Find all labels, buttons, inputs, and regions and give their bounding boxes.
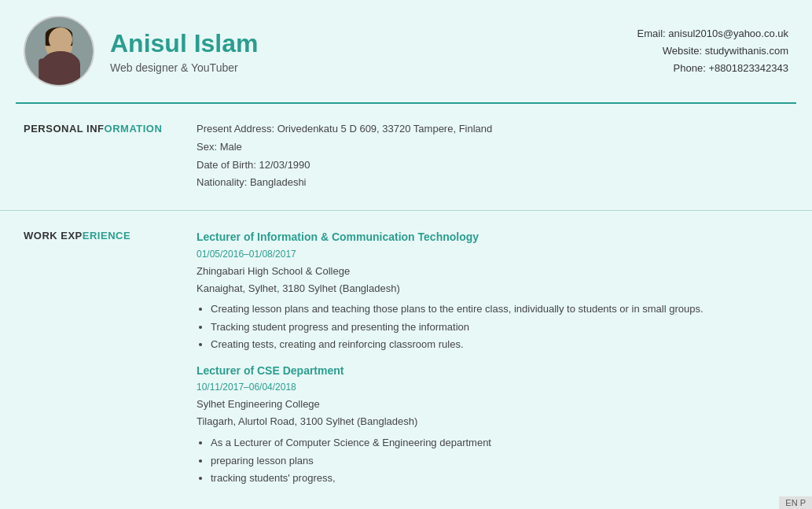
list-item: Creating lesson plans and teaching those… [211,301,788,317]
dob-line: Date of Birth: 12/03/1990 [197,157,788,174]
svg-marker-5 [53,59,64,67]
avatar [24,16,94,87]
list-item: tracking students' progress, [211,470,788,486]
status-bar: EN P [779,496,812,509]
website-line: Website: studywithanis.com [637,42,788,60]
work-label: WORK EXPERIENCE [24,228,181,495]
email-line: Email: anisul2010s@yahoo.co.uk [637,25,788,42]
job-2-title: Lecturer of CSE Department [197,362,788,379]
work-content: Lecturer of Information & Communication … [197,228,788,495]
avatar-image [25,16,93,87]
header-section: Anisul Islam Web designer & YouTuber Ema… [0,0,812,102]
address-line: Present Address: Orivedenkatu 5 D 609, 3… [197,121,788,138]
work-experience-section: WORK EXPERIENCE Lecturer of Information … [0,211,812,509]
job-1-location: Kanaighat, Sylhet, 3180 Sylhet (Banglade… [197,281,788,297]
email-value: anisul2010s@yahoo.co.uk [668,28,788,39]
avatar-svg [25,16,93,87]
job-1-title: Lecturer of Information & Communication … [197,228,788,245]
nationality-value: Bangladeshi [250,176,307,188]
email-label: Email: [637,28,666,39]
sex-label: Sex: [197,141,217,153]
person-subtitle: Web designer & YouTuber [110,61,622,74]
contact-info: Email: anisul2010s@yahoo.co.uk Website: … [637,25,788,77]
svg-rect-4 [46,34,72,46]
sex-line: Sex: Male [197,139,788,156]
job-2-company: Sylhet Engineering College [197,397,788,413]
nationality-line: Nationality: Bangladeshi [197,175,788,191]
personal-info-section: PERSONAL INFORMATION Present Address: Or… [0,104,812,211]
job-2-location: Tilagarh, Alurtol Road, 3100 Sylhet (Ban… [197,414,788,430]
job-2-bullets: As a Lecturer of Computer Science & Engi… [211,435,788,486]
personal-content: Present Address: Orivedenkatu 5 D 609, 3… [197,121,788,193]
resume-page: Anisul Islam Web designer & YouTuber Ema… [0,0,812,509]
person-name: Anisul Islam [110,29,622,58]
job-2: Lecturer of CSE Department 10/11/2017–06… [197,362,788,486]
dob-label: Date of Birth: [197,159,256,171]
address-label: Present Address: [197,123,274,135]
dob-value: 12/03/1990 [259,159,310,171]
status-text: EN P [785,498,806,507]
job-1: Lecturer of Information & Communication … [197,228,788,352]
list-item: Creating tests, creating and reinforcing… [211,337,788,352]
website-label: Website: [663,45,702,57]
list-item: preparing lesson plans [211,453,788,469]
sex-value: Male [220,141,242,153]
header-name-area: Anisul Islam Web designer & YouTuber [110,29,622,74]
job-2-dates: 10/11/2017–06/04/2018 [197,380,788,395]
svg-rect-1 [39,59,79,87]
personal-label: PERSONAL INFORMATION [24,121,181,193]
list-item: As a Lecturer of Computer Science & Engi… [211,435,788,451]
nationality-label: Nationality: [197,176,247,188]
list-item: Tracking student progress and presenting… [211,319,788,335]
website-value: studywithanis.com [705,45,788,57]
work-label-colored: ERIENCE [83,230,130,242]
phone-line: Phone: +8801823342343 [637,60,788,77]
svg-point-3 [46,27,72,42]
svg-point-0 [25,17,93,85]
job-1-bullets: Creating lesson plans and teaching those… [211,301,788,352]
job-1-dates: 01/05/2016–01/08/2017 [197,247,788,262]
address-value: Orivedenkatu 5 D 609, 33720 Tampere, Fin… [277,123,493,135]
phone-label: Phone: [674,62,706,74]
phone-value: +8801823342343 [708,62,788,74]
personal-label-colored: ORMATION [105,123,163,135]
job-1-company: Zhingabari High School & College [197,264,788,280]
